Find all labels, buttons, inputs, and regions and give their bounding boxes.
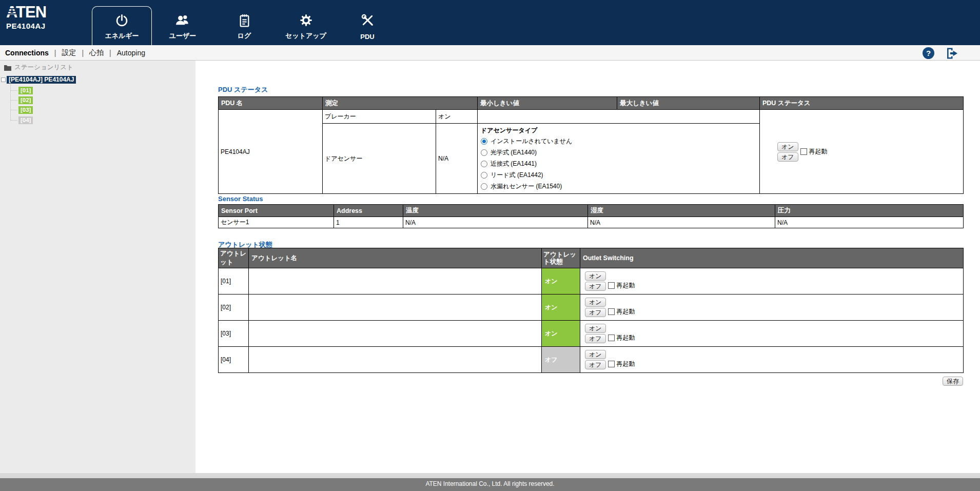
outlet-04-reboot-checkbox[interactable]	[608, 361, 615, 367]
outlet-01-on-button[interactable]: オン	[585, 271, 606, 281]
column-header: アウトレット名	[249, 248, 542, 268]
pdu-status-table: PDU 名 測定 最小しきい値 最大しきい値 PDU ステータス PE4104A…	[218, 96, 964, 194]
sidebar-outlet-04[interactable]: [04]	[18, 116, 33, 124]
column-header: PDU 名	[219, 97, 323, 110]
sidebar-outlet-01[interactable]: [01]	[18, 87, 33, 94]
door-sensor-radio-not-installed[interactable]	[481, 138, 487, 145]
column-header: 最大しきい値	[617, 97, 760, 110]
column-header: 最小しきい値	[478, 97, 617, 110]
subnav-item-settings[interactable]: 設定	[62, 48, 76, 57]
sidebar-outlet-02[interactable]: [02]	[18, 96, 33, 104]
secondary-nav-items: Connections | 設定 | 心拍 | Autoping	[0, 48, 145, 57]
outlet-name-cell	[249, 294, 542, 321]
outlet-state-cell: オフ	[542, 347, 580, 373]
door-sensor-radio-reed[interactable]	[481, 172, 487, 179]
sensor-status-table: Sensor Port Address 温度 湿度 圧力 センサー1 1 N/A…	[218, 204, 964, 228]
sensor-humidity-cell: N/A	[588, 217, 775, 228]
sensor-port-cell: センサー1	[219, 217, 334, 228]
station-sidebar: ステーションリスト [PE4104AJ] PE4104AJ [01] [02] …	[0, 61, 195, 473]
aten-logo: ATEN PE4104AJ	[6, 4, 46, 30]
radio-label: 近接式 (EA1441)	[491, 160, 537, 168]
tree-connector	[11, 90, 17, 91]
outlet-02-off-button[interactable]: オフ	[585, 308, 606, 317]
pdu-on-button[interactable]: オン	[777, 142, 798, 151]
column-header: アウトレット	[219, 248, 249, 268]
outlet-04-off-button[interactable]: オフ	[585, 360, 606, 369]
measure-value-cell: オン	[436, 110, 478, 124]
outlet-switching-cell: オン オフ 再起動	[580, 294, 964, 321]
device-model-label: PE4104AJ	[6, 22, 46, 30]
measure-cell: ドアセンサー	[323, 124, 436, 194]
subnav-item-connections[interactable]: Connections	[5, 49, 49, 57]
tab-label: PDU	[337, 33, 398, 41]
door-sensor-type-cell: ドアセンサータイプ インストールされていません 光学式 (EA1440) 近接式…	[478, 124, 760, 194]
tab-energy[interactable]: エネルギー	[92, 6, 152, 45]
column-header: 湿度	[588, 205, 775, 217]
page: ATEN PE4104AJ エネルギー ユーザー	[0, 0, 980, 491]
outlet-row-02: [02] オン オン オフ 再起動	[219, 294, 964, 321]
outlet-02-on-button[interactable]: オン	[585, 298, 606, 307]
tree-collapse-toggle[interactable]	[1, 77, 6, 82]
help-icon[interactable]: ?	[923, 47, 934, 59]
subnav-item-heartbeat[interactable]: 心拍	[89, 48, 104, 57]
tab-label: ログ	[213, 31, 275, 41]
sensor-temperature-cell: N/A	[403, 217, 588, 228]
tree-connector	[11, 120, 17, 121]
pdu-name-cell: PE4104AJ	[219, 110, 323, 194]
outlet-04-on-button[interactable]: オン	[585, 350, 606, 359]
station-node[interactable]: [PE4104AJ] PE4104AJ	[7, 76, 76, 84]
tab-pdu[interactable]: PDU	[342, 6, 393, 45]
pdu-status-title: PDU ステータス	[218, 85, 268, 94]
door-sensor-radio-waterleak[interactable]	[481, 183, 487, 190]
measure-cell: ブレーカー	[323, 110, 436, 124]
outlet-status-table: アウトレット アウトレット名 アウトレット状態 Outlet Switching…	[218, 248, 964, 373]
tab-log[interactable]: ログ	[219, 6, 270, 45]
secondary-nav: Connections | 設定 | 心拍 | Autoping ?	[0, 45, 980, 61]
top-bar: ATEN PE4104AJ エネルギー ユーザー	[0, 0, 980, 45]
outlet-state-cell: オン	[542, 294, 580, 321]
sidebar-outlet-03[interactable]: [03]	[18, 106, 33, 114]
threshold-cell	[478, 110, 760, 124]
tree-connector	[11, 100, 17, 101]
tab-users[interactable]: ユーザー	[157, 6, 208, 45]
outlet-03-reboot-checkbox[interactable]	[608, 335, 615, 341]
outlet-name-cell	[249, 321, 542, 347]
main-content: PDU ステータス PDU 名 測定 最小しきい値 最大しきい値 PDU ステー…	[195, 61, 980, 473]
sensor-status-title: Sensor Status	[218, 195, 263, 203]
tree-connector	[10, 84, 11, 121]
tab-label: ユーザー	[152, 31, 213, 41]
subnav-item-autoping[interactable]: Autoping	[117, 49, 145, 57]
door-sensor-radio-optical[interactable]	[481, 149, 487, 156]
aten-logo-text: ATEN	[6, 4, 46, 21]
tab-label: セットアップ	[275, 31, 337, 41]
outlet-03-on-button[interactable]: オン	[585, 324, 606, 333]
station-list-label: ステーションリスト	[14, 63, 73, 72]
reboot-label: 再起動	[809, 147, 828, 156]
tab-label: エネルギー	[87, 31, 156, 41]
outlet-state-cell: オン	[542, 321, 580, 347]
logout-icon[interactable]	[946, 47, 959, 60]
column-header: Outlet Switching	[580, 248, 964, 268]
radio-label: インストールされていません	[491, 137, 572, 146]
outlet-id-cell: [03]	[219, 321, 249, 347]
tab-setup[interactable]: セットアップ	[280, 6, 331, 45]
separator: |	[82, 49, 84, 57]
save-button[interactable]: 保存	[943, 377, 963, 386]
users-icon	[157, 13, 208, 28]
outlet-name-cell	[249, 268, 542, 294]
column-header: Address	[334, 205, 403, 217]
outlet-02-reboot-checkbox[interactable]	[608, 308, 615, 315]
column-header: Sensor Port	[219, 205, 334, 217]
folder-icon	[4, 65, 11, 71]
separator: |	[109, 49, 111, 57]
tree-connector	[11, 110, 17, 110]
pdu-off-button[interactable]: オフ	[777, 152, 798, 162]
outlet-01-reboot-checkbox[interactable]	[608, 282, 615, 289]
pdu-reboot-checkbox[interactable]	[800, 148, 807, 155]
column-header: 圧力	[775, 205, 964, 217]
door-sensor-radio-proximity[interactable]	[481, 161, 487, 167]
measure-value-cell: N/A	[436, 124, 478, 194]
pdu-status-cell: オン オフ 再起動	[760, 110, 964, 194]
outlet-01-off-button[interactable]: オフ	[585, 282, 606, 291]
outlet-03-off-button[interactable]: オフ	[585, 334, 606, 343]
